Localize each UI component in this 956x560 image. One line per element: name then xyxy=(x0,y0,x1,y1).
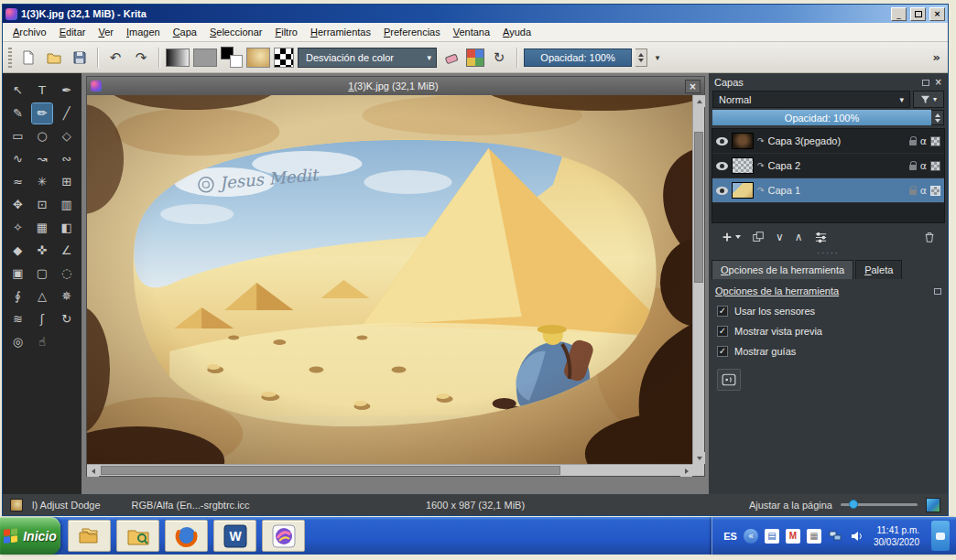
layers-docker-header[interactable]: Capas × xyxy=(712,75,945,90)
toolbar-drag-handle[interactable] xyxy=(8,48,12,68)
maximize-button[interactable] xyxy=(910,7,926,21)
checkbox-checked-icon[interactable]: ✓ xyxy=(717,326,728,337)
workspace-chooser-button[interactable] xyxy=(466,48,484,67)
taskbar-clock[interactable]: 11:41 p.m. 30/03/2020 xyxy=(874,524,919,548)
horizontal-scrollbar[interactable] xyxy=(87,464,692,476)
taskbar-item-firefox[interactable] xyxy=(165,520,208,552)
delete-layer-button[interactable] xyxy=(923,231,936,243)
alpha-lock-icon[interactable]: α xyxy=(920,160,927,172)
scroll-left-button[interactable] xyxy=(87,465,99,477)
menu-imagen[interactable]: Imagen xyxy=(120,24,167,40)
tool-options-header[interactable]: Opciones de la herramienta xyxy=(712,279,945,301)
alpha-lock-icon[interactable]: α xyxy=(920,135,927,147)
open-button[interactable] xyxy=(43,47,65,69)
menu-archivo[interactable]: Archivo xyxy=(6,24,53,40)
checkbox-row[interactable]: ✓ Mostrar guías xyxy=(712,341,945,361)
visibility-eye-icon[interactable] xyxy=(716,162,728,170)
minimize-button[interactable]: _ xyxy=(891,7,907,21)
docker-close-icon[interactable]: × xyxy=(935,78,942,87)
layer-filter-button[interactable]: ▾ xyxy=(913,91,944,108)
fg-bg-color-swatch[interactable] xyxy=(221,47,243,68)
taskbar-item-explorer[interactable] xyxy=(116,520,159,552)
zoom-tool[interactable]: ◎ xyxy=(7,332,27,352)
toolbar-dropdown-button[interactable]: ▾ xyxy=(651,48,664,67)
checkbox-checked-icon[interactable]: ✓ xyxy=(717,346,728,357)
visibility-eye-icon[interactable] xyxy=(716,187,728,195)
hide-tray-icons-button[interactable]: « xyxy=(744,529,758,544)
zoom-slider[interactable] xyxy=(841,503,918,506)
reload-preset-button[interactable]: ↻ xyxy=(488,47,510,69)
lock-icon[interactable] xyxy=(909,140,917,145)
layer-row-selected[interactable]: ↷ Capa 1 α xyxy=(712,178,944,203)
toolbar-overflow-button[interactable]: » xyxy=(933,50,942,64)
scroll-down-button[interactable] xyxy=(693,452,705,464)
inherit-alpha-icon[interactable] xyxy=(930,136,940,146)
visibility-eye-icon[interactable] xyxy=(716,137,728,145)
gradient-tool[interactable]: ▥ xyxy=(57,195,77,215)
freehand-brush-tool[interactable]: ✏ xyxy=(32,103,52,124)
pattern-tool[interactable]: ▦ xyxy=(32,218,52,238)
vertical-scrollbar[interactable] xyxy=(692,95,704,464)
alpha-lock-icon[interactable]: α xyxy=(920,185,927,197)
layer-row[interactable]: ↷ Capa 2 α xyxy=(712,154,944,178)
gradient-chooser[interactable] xyxy=(166,48,190,67)
zoom-slider-thumb[interactable] xyxy=(849,500,858,509)
tray-volume-icon[interactable] xyxy=(849,529,864,544)
spin-down-icon[interactable] xyxy=(638,59,644,62)
ellipse-tool[interactable]: ○ xyxy=(32,126,52,146)
menu-herramientas[interactable]: Herramientas xyxy=(304,24,377,40)
ellipse-select-tool[interactable]: ◌ xyxy=(57,264,77,284)
menu-editar[interactable]: Editar xyxy=(53,24,92,40)
inherit-alpha-icon[interactable] xyxy=(930,161,940,171)
reference-images-tool[interactable]: ▣ xyxy=(7,264,27,284)
rectangle-tool[interactable]: ▭ xyxy=(7,126,27,146)
checkbox-row[interactable]: ✓ Usar los sensores xyxy=(712,301,945,321)
menu-ventana[interactable]: Ventana xyxy=(447,24,496,40)
spin-down-icon[interactable] xyxy=(935,119,940,123)
menu-preferencias[interactable]: Preferencias xyxy=(377,24,447,40)
checkbox-checked-icon[interactable]: ✓ xyxy=(717,306,728,317)
tray-mail-icon[interactable]: M xyxy=(786,529,800,544)
subwindow-close-button[interactable]: × xyxy=(685,80,701,93)
edit-shapes-tool[interactable]: ✒ xyxy=(57,81,77,101)
crop-tool[interactable]: ⊡ xyxy=(32,195,52,215)
show-desktop-button[interactable] xyxy=(931,521,950,551)
lock-icon[interactable] xyxy=(909,189,917,195)
fill-tool[interactable]: ◧ xyxy=(57,218,77,238)
save-button[interactable] xyxy=(69,47,91,69)
new-document-button[interactable] xyxy=(17,47,39,69)
lock-icon[interactable] xyxy=(909,165,917,170)
dynamic-brush-tool[interactable]: ≈ xyxy=(7,172,27,192)
freehand-path-tool[interactable]: ∾ xyxy=(57,149,77,169)
pattern-chooser[interactable] xyxy=(193,48,217,67)
spin-up-icon[interactable] xyxy=(935,113,940,117)
line-tool[interactable]: ╱ xyxy=(57,103,77,124)
color-sampler-tool[interactable]: ✧ xyxy=(7,218,27,238)
painting-canvas[interactable]: Jesus Medit xyxy=(87,95,692,464)
transform-tool[interactable]: ⊞ xyxy=(57,172,77,192)
docker-splitter[interactable]: ····· xyxy=(712,251,945,258)
similar-select-tool[interactable]: ≋ xyxy=(7,309,27,329)
layer-row[interactable]: ↷ Capa 3(pegado) α xyxy=(712,129,944,154)
eraser-mode-button[interactable] xyxy=(440,47,462,69)
inherit-alpha-icon[interactable] xyxy=(930,186,940,196)
docker-float-icon[interactable] xyxy=(922,80,929,86)
language-indicator[interactable]: ES xyxy=(723,531,737,542)
move-layer-up-button[interactable]: ∧ xyxy=(795,231,803,243)
titlebar[interactable]: 1(3)K.jpg (32,1 MiB) - Krita _ × xyxy=(3,5,948,23)
brush-preset-chooser-button[interactable] xyxy=(274,48,294,68)
menu-ayuda[interactable]: Ayuda xyxy=(496,24,538,40)
pan-tool[interactable]: ☝ xyxy=(32,332,52,352)
layer-opacity-slider[interactable]: Opacidad: 100% xyxy=(712,110,931,125)
smart-color-tool[interactable]: ◆ xyxy=(7,241,27,261)
redo-button[interactable]: ↷ xyxy=(130,47,152,69)
taskbar-item-word[interactable]: W xyxy=(213,520,256,552)
text-tool[interactable]: T xyxy=(32,81,52,101)
layer-properties-button[interactable] xyxy=(814,231,828,244)
subwindow-titlebar[interactable]: 1(3)K.jpg (32,1 MiB) × xyxy=(87,77,704,95)
bezier-curve-tool[interactable]: ↝ xyxy=(32,149,52,169)
opacity-spinner[interactable] xyxy=(636,48,647,67)
tray-calendar-icon[interactable]: ▦ xyxy=(807,529,821,544)
shape-select-tool[interactable]: ↖ xyxy=(7,81,27,101)
horizontal-scroll-thumb[interactable] xyxy=(101,466,560,475)
